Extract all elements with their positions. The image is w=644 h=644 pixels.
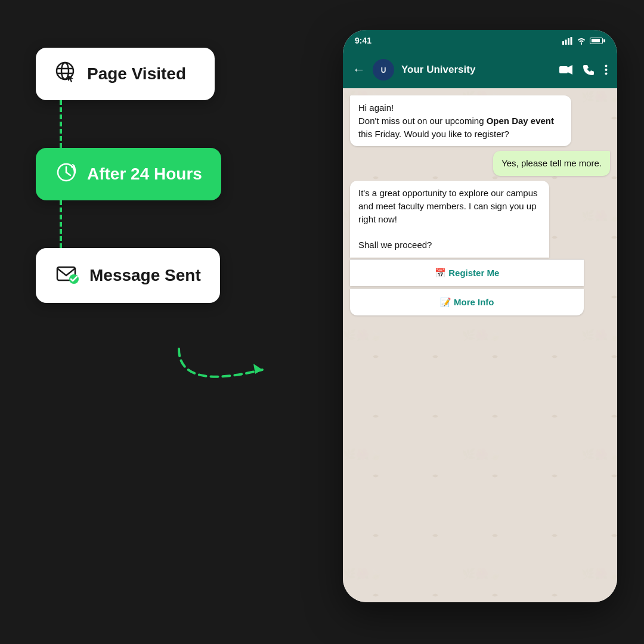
status-bar: 9:41 <box>343 30 617 51</box>
message-sent-card: Message Sent <box>36 248 220 303</box>
svg-rect-12 <box>565 39 567 45</box>
university-avatar: U <box>373 59 394 80</box>
connector-line-1 <box>60 100 62 148</box>
message-3: It's a great opportunity to explore our … <box>350 181 549 258</box>
message-3-container: It's a great opportunity to explore our … <box>350 181 584 317</box>
svg-text:U: U <box>381 66 386 75</box>
svg-point-0 <box>57 63 73 79</box>
svg-point-15 <box>581 42 582 44</box>
page-visited-card: Page Visited <box>36 48 215 100</box>
chat-area: Hi again!Don't miss out on our upcoming … <box>343 88 617 602</box>
page-visited-label: Page Visited <box>87 64 186 83</box>
phone-mockup: 9:41 <box>343 30 617 602</box>
envelope-check-icon <box>55 261 80 290</box>
battery-icon <box>590 38 605 44</box>
message-1: Hi again!Don't miss out on our upcoming … <box>350 95 571 146</box>
svg-line-7 <box>66 172 70 175</box>
svg-point-21 <box>605 69 608 71</box>
message-3-text: It's a great opportunity to explore our … <box>358 188 538 250</box>
message-sent-label: Message Sent <box>89 266 201 285</box>
curved-arrow <box>119 331 304 408</box>
connector-line-2 <box>60 200 62 248</box>
clock-refresh-icon <box>55 161 78 187</box>
more-info-emoji: 📝 <box>440 297 454 307</box>
svg-rect-13 <box>568 38 569 45</box>
svg-point-20 <box>605 65 608 67</box>
after-24-hours-label: After 24 Hours <box>87 165 202 184</box>
video-call-icon[interactable] <box>559 65 572 75</box>
university-logo-icon: U <box>375 61 392 78</box>
register-me-label: Register Me <box>448 268 499 278</box>
contact-name: Your University <box>401 64 552 76</box>
status-time: 9:41 <box>355 36 371 45</box>
svg-marker-10 <box>253 364 262 374</box>
message-2-text: Yes, please tell me more. <box>501 158 602 168</box>
svg-point-22 <box>605 73 608 75</box>
whatsapp-header: ← U Your University <box>343 51 617 88</box>
message-1-text: Hi again!Don't miss out on our upcoming … <box>358 103 554 139</box>
more-info-label: More Info <box>454 297 494 307</box>
svg-rect-18 <box>559 66 568 73</box>
svg-rect-14 <box>571 37 572 45</box>
signal-icon <box>562 37 573 45</box>
svg-rect-11 <box>562 41 564 45</box>
svg-marker-19 <box>568 65 572 75</box>
header-actions <box>559 64 608 75</box>
register-me-button[interactable]: 📅 Register Me <box>350 259 584 286</box>
more-options-icon[interactable] <box>605 64 608 75</box>
message-2: Yes, please tell me more. <box>493 151 610 176</box>
status-icons <box>562 37 605 45</box>
voice-call-icon[interactable] <box>583 64 594 75</box>
back-button[interactable]: ← <box>352 62 366 78</box>
workflow-panel: Page Visited After 24 Hours <box>36 48 221 303</box>
more-info-button[interactable]: 📝 More Info <box>350 289 584 315</box>
svg-point-1 <box>61 63 69 79</box>
register-me-emoji: 📅 <box>435 268 448 278</box>
globe-cursor-icon <box>55 61 78 87</box>
after-24-hours-card: After 24 Hours <box>36 148 221 200</box>
wifi-icon <box>577 37 586 45</box>
